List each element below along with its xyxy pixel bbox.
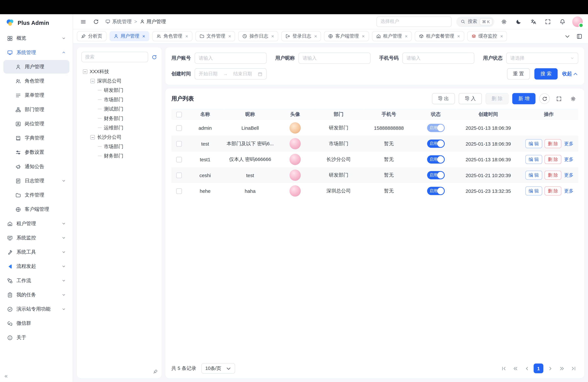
fullscreen-button[interactable] [543,17,553,26]
tree-pin-icon[interactable] [153,369,158,375]
breadcrumb-item[interactable]: 系统管理 [105,18,132,25]
delete-button[interactable]: 删 除 [545,171,562,180]
sidebar-subitem[interactable]: 参数设置 [3,146,69,159]
select-all-checkbox[interactable] [176,112,182,117]
row-checkbox[interactable] [176,125,182,131]
tab-登录日志[interactable]: 登录日志× [281,31,321,41]
tab-close-icon[interactable]: × [362,34,365,39]
notifications-button[interactable] [558,17,567,26]
sidebar-subitem[interactable]: 日志管理 [3,174,69,188]
tree-node[interactable]: 财务部门 [81,151,157,160]
tab-close-icon[interactable]: × [142,34,145,39]
status-toggle[interactable]: 启用 [427,187,445,195]
sidebar-item[interactable]: 系统管理 [3,46,69,59]
tab-close-icon[interactable]: × [185,34,188,39]
tabs-dropdown-button[interactable] [563,31,572,41]
edit-button[interactable]: 编 辑 [525,186,542,195]
delete-button[interactable]: 删 除 [545,155,562,164]
tab-租户管理[interactable]: 租户管理× [372,31,412,41]
more-button[interactable]: 更多 [564,157,573,162]
pagination-next-button[interactable] [545,363,555,373]
dark-mode-button[interactable] [514,17,524,26]
add-button[interactable]: 新 增 [512,93,535,104]
sidebar-item[interactable]: 租户管理 [3,217,69,230]
sidebar-subitem[interactable]: 通知公告 [3,160,69,173]
tree-collapse-toggle[interactable] [83,69,87,74]
tree-node[interactable]: 运维部门 [81,123,157,132]
sidebar-item[interactable]: 系统工具 [3,245,69,259]
pagination-last-button[interactable] [568,363,578,373]
edit-button[interactable]: 编 辑 [525,171,542,180]
tree-refresh-button[interactable] [152,54,157,60]
layout-toggle-button[interactable] [574,31,584,41]
sidebar-item[interactable]: 关于 [3,331,69,344]
tab-操作日志[interactable]: 操作日志× [238,31,278,41]
status-select[interactable]: 请选择 [506,52,578,64]
tree-node[interactable]: 长沙分公司 [81,132,157,142]
tab-close-icon[interactable]: × [314,34,317,39]
refresh-button[interactable] [91,17,101,26]
table-fullscreen-button[interactable] [554,93,564,104]
tab-close-icon[interactable]: × [405,34,408,39]
status-toggle[interactable]: 启用 [427,155,445,164]
row-checkbox[interactable] [176,157,182,162]
filter-text-input[interactable]: 请输入 [195,52,267,64]
sidebar-subitem[interactable]: 岗位管理 [3,117,69,130]
tab-角色管理[interactable]: 角色管理× [152,31,192,41]
sidebar-collapse-button[interactable]: « [5,373,8,379]
edit-button[interactable]: 编 辑 [525,139,542,148]
sidebar-item[interactable]: 流程发起 [3,260,69,273]
tree-node[interactable]: 市场部门 [81,95,157,104]
reset-button[interactable]: 重 置 [507,68,530,80]
more-button[interactable]: 更多 [564,141,573,146]
tenant-select[interactable]: 选择租户 [376,16,451,27]
sidebar-item[interactable]: 我的任务 [3,288,69,302]
row-checkbox[interactable] [176,141,182,147]
status-toggle[interactable]: 启用 [427,140,445,148]
more-button[interactable]: 更多 [564,188,573,193]
table-refresh-button[interactable] [539,93,550,104]
sidebar-subitem[interactable]: 文件管理 [3,188,69,202]
tree-collapse-toggle[interactable] [90,79,95,83]
global-search[interactable]: 搜索 ⌘ K [456,16,494,27]
language-button[interactable] [528,17,538,26]
tab-客户端管理[interactable]: 客户端管理× [324,31,369,41]
pagination-prev-button[interactable] [522,363,532,373]
edit-button[interactable]: 编 辑 [525,155,542,164]
status-toggle[interactable]: 启用 [427,124,445,132]
pagination-fast-next-button[interactable] [557,363,567,373]
tree-node[interactable]: 研发部门 [81,85,157,95]
tab-用户管理[interactable]: 用户管理× [109,31,149,41]
tree-node[interactable]: 财务部门 [81,114,157,123]
sidebar-subitem[interactable]: 菜单管理 [3,88,69,102]
collapse-filters-link[interactable]: 收起 [562,71,578,77]
sidebar-item[interactable]: 工作流 [3,274,69,287]
delete-button[interactable]: 删 除 [545,186,562,195]
pagination-first-button[interactable] [499,363,509,373]
tab-close-icon[interactable]: × [457,34,460,39]
sidebar-item[interactable]: 微信群 [3,317,69,330]
more-button[interactable]: 更多 [564,172,573,178]
sidebar-item[interactable]: 演示站专用功能 [3,302,69,316]
hamburger-button[interactable] [78,17,88,26]
tree-node[interactable]: 市场部门 [81,142,157,151]
tree-node[interactable]: XXX科技 [81,67,157,76]
tab-文件管理[interactable]: 文件管理× [195,31,235,41]
pagination-fast-prev-button[interactable] [510,363,520,373]
batch-delete-button[interactable]: 删 除 [485,93,509,104]
filter-text-input[interactable]: 请输入 [299,52,371,64]
delete-button[interactable]: 删 除 [545,139,562,148]
settings-button[interactable] [499,17,509,26]
filter-text-input[interactable]: 请输入 [402,52,475,64]
date-range-input[interactable]: 开始日期 → 结束日期 [195,68,267,80]
sidebar-item[interactable]: 概览 [3,32,69,45]
row-checkbox[interactable] [176,172,182,178]
sidebar-subitem[interactable]: 客户端管理 [3,203,69,216]
page-size-select[interactable]: 10条/页 [202,363,235,374]
sidebar-item[interactable]: 系统监控 [3,231,69,245]
sidebar-subitem[interactable]: 部门管理 [3,103,69,116]
table-settings-button[interactable] [568,93,578,104]
export-button[interactable]: 导 出 [432,93,455,104]
row-checkbox[interactable] [176,188,182,194]
tab-缓存监控[interactable]: 缓存监控× [467,31,507,41]
